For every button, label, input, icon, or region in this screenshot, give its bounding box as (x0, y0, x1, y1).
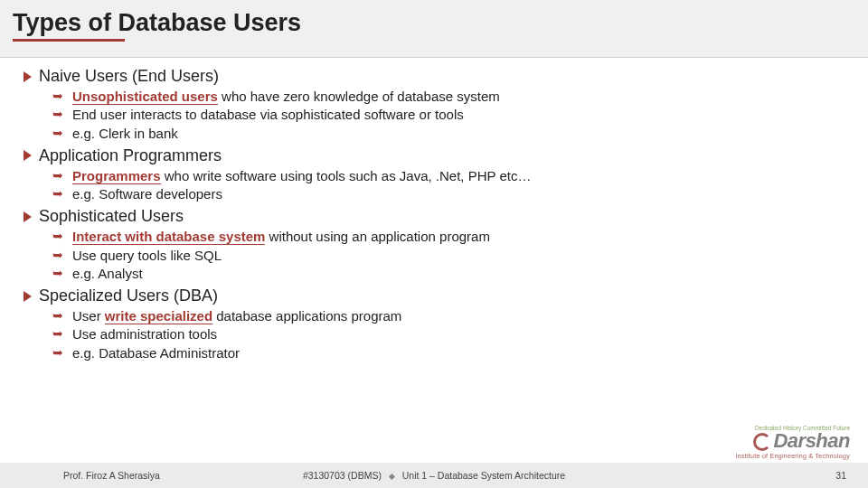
item-text: e.g. Software developers (72, 186, 222, 202)
logo-swirl-icon (753, 433, 771, 451)
section-heading: Naive Users (End Users) (24, 67, 844, 86)
list-item: ➥Programmers who write software using to… (54, 167, 844, 185)
title-underline (13, 39, 125, 42)
item-text: e.g. Clerk in bank (72, 126, 178, 141)
list-item: ➥e.g. Software developers (54, 185, 844, 203)
arrow-bullet-icon: ➥ (52, 325, 63, 343)
item-pretext: User (72, 308, 105, 324)
arrow-bullet-icon: ➥ (52, 125, 63, 142)
triangle-bullet-icon (24, 150, 32, 161)
footer-center: #3130703 (DBMS) Unit 1 – Database System… (303, 470, 565, 481)
triangle-bullet-icon (24, 211, 32, 222)
arrow-bullet-icon: ➥ (52, 185, 63, 202)
institute-logo: Dedicated History Committed Future Darsh… (735, 425, 850, 459)
section-sublist: ➥Interact with database system without u… (54, 228, 844, 283)
section-sublist: ➥Programmers who write software using to… (54, 167, 844, 204)
logo-brand: Darshan (773, 429, 850, 452)
footer-author: Prof. Firoz A Sherasiya (63, 470, 160, 481)
section-naive-users: Naive Users (End Users) ➥Unsophisticated… (24, 67, 844, 143)
section-heading-text: Specialized Users (DBA) (39, 286, 218, 305)
section-sublist: ➥User write specialized database applica… (54, 307, 844, 362)
arrow-bullet-icon: ➥ (52, 265, 63, 282)
list-item: ➥Unsophisticated users who have zero kno… (54, 88, 844, 106)
item-text: e.g. Analyst (72, 266, 143, 281)
highlight-text: write specialized (105, 308, 212, 324)
section-application-programmers: Application Programmers ➥Programmers who… (24, 146, 844, 204)
slide-title: Types of Database Users (13, 9, 855, 37)
arrow-bullet-icon: ➥ (52, 88, 63, 105)
slide-header: Types of Database Users (0, 0, 868, 58)
item-text: Use query tools like SQL (72, 248, 222, 263)
arrow-bullet-icon: ➥ (52, 344, 63, 361)
item-text: e.g. Database Administrator (72, 345, 240, 361)
arrow-bullet-icon: ➥ (52, 247, 63, 264)
section-heading: Specialized Users (DBA) (24, 286, 844, 305)
section-heading-text: Naive Users (End Users) (39, 67, 219, 86)
section-heading-text: Sophisticated Users (39, 207, 184, 226)
list-item: ➥Use query tools like SQL (54, 247, 844, 265)
item-text: who have zero knowledge of database syst… (218, 89, 500, 104)
list-item: ➥e.g. Analyst (54, 265, 844, 283)
list-item: ➥Use administration tools (54, 325, 844, 343)
highlight-text: Programmers (72, 168, 161, 184)
arrow-bullet-icon: ➥ (52, 307, 63, 324)
list-item: ➥Interact with database system without u… (54, 228, 844, 246)
footer-page-number: 31 (835, 470, 846, 481)
footer-unit: Unit 1 – Database System Architecture (402, 470, 565, 481)
arrow-bullet-icon: ➥ (52, 228, 63, 245)
list-item: ➥e.g. Database Administrator (54, 344, 844, 362)
item-text: End user interacts to database via sophi… (72, 107, 464, 122)
section-heading-text: Application Programmers (39, 146, 222, 165)
footer-course-code: #3130703 (DBMS) (303, 470, 382, 481)
arrow-bullet-icon: ➥ (52, 167, 63, 184)
item-text: Use administration tools (72, 326, 217, 342)
item-text: without using an application program (265, 229, 489, 244)
arrow-bullet-icon: ➥ (52, 106, 63, 123)
section-sophisticated-users: Sophisticated Users ➥Interact with datab… (24, 207, 844, 283)
logo-subtitle: Institute of Engineering & Technology (735, 453, 850, 459)
section-heading: Application Programmers (24, 146, 844, 165)
slide-footer: Prof. Firoz A Sherasiya #3130703 (DBMS) … (0, 463, 868, 488)
triangle-bullet-icon (24, 71, 32, 82)
slide-content: Naive Users (End Users) ➥Unsophisticated… (0, 58, 868, 362)
section-specialized-users: Specialized Users (DBA) ➥User write spec… (24, 286, 844, 362)
highlight-text: Interact with database system (72, 229, 265, 245)
list-item: ➥User write specialized database applica… (54, 307, 844, 325)
list-item: ➥End user interacts to database via soph… (54, 106, 844, 124)
section-heading: Sophisticated Users (24, 207, 844, 226)
triangle-bullet-icon (24, 291, 32, 302)
item-text: database applications program (212, 308, 401, 324)
item-text: who write software using tools such as J… (161, 168, 532, 183)
list-item: ➥e.g. Clerk in bank (54, 125, 844, 143)
section-sublist: ➥Unsophisticated users who have zero kno… (54, 88, 844, 143)
highlight-text: Unsophisticated users (72, 89, 218, 105)
diamond-separator-icon (389, 474, 395, 480)
